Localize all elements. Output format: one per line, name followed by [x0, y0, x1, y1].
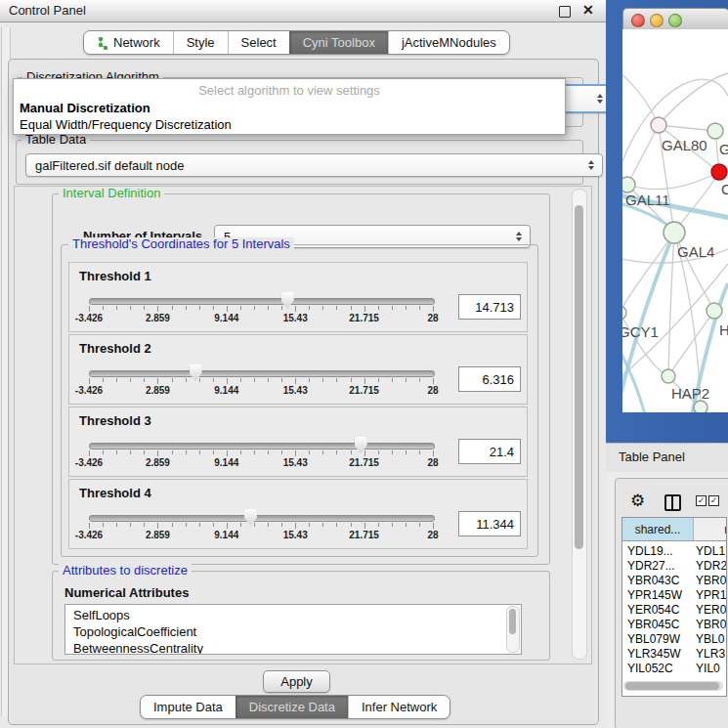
- tick-mark: [364, 450, 365, 456]
- tick-mark: [199, 523, 200, 527]
- node-red[interactable]: [711, 164, 727, 180]
- slider-track[interactable]: [89, 298, 435, 305]
- cell-shared-name[interactable]: YLR345W: [622, 647, 693, 662]
- attribute-list-item[interactable]: TopologicalCoefficient: [73, 624, 196, 639]
- vertical-scrollbar-thumb[interactable]: [575, 205, 583, 549]
- table-row[interactable]: YBL079WYBL0: [622, 632, 727, 647]
- window-title: Control Panel: [9, 3, 86, 18]
- attributes-group-title: Attributes to discretize: [59, 564, 192, 578]
- table-data-combobox[interactable]: galFiltered.sif default node: [25, 153, 603, 177]
- list-scrollbar[interactable]: [506, 606, 520, 653]
- threshold-value-field[interactable]: 21.4: [458, 439, 521, 464]
- cell-shared-name[interactable]: YER054C: [622, 603, 693, 618]
- tab-cyni-toolbox[interactable]: Cyni Toolbox: [289, 31, 388, 54]
- slider-thumb[interactable]: [281, 292, 294, 309]
- table-horizontal-scrollbar-thumb[interactable]: [625, 682, 719, 690]
- cell-name[interactable]: YDR2: [693, 559, 727, 574]
- tab-infer-network[interactable]: Infer Network: [348, 696, 450, 718]
- cell-shared-name[interactable]: YDR27...: [622, 559, 693, 574]
- checkbox-icon[interactable]: ✓: [696, 495, 707, 506]
- dropdown-option-manual-discretization[interactable]: Manual Discretization: [20, 101, 150, 115]
- tab-discretize-data[interactable]: Discretize Data: [236, 696, 348, 718]
- cell-name[interactable]: YER0: [693, 603, 727, 618]
- cell-shared-name[interactable]: YPR145W: [622, 588, 693, 603]
- zoom-traffic-light-icon[interactable]: [668, 14, 682, 27]
- node-hap2[interactable]: [662, 369, 675, 383]
- node-h[interactable]: [707, 303, 722, 319]
- table-row[interactable]: YBR043CYBR0: [622, 574, 727, 588]
- network-window-titlebar[interactable]: [622, 8, 728, 31]
- cell-shared-name[interactable]: YIL052C: [622, 662, 693, 676]
- close-icon[interactable]: ✕: [582, 2, 594, 18]
- checkbox-icon[interactable]: ✓: [708, 495, 719, 506]
- tab-jactivemnodules[interactable]: jActiveMNodules: [388, 31, 509, 54]
- slider-track[interactable]: [89, 370, 435, 377]
- slider-track[interactable]: [89, 515, 435, 522]
- tab-impute-data[interactable]: Impute Data: [141, 696, 236, 718]
- attribute-list-item[interactable]: SelfLoops: [73, 608, 130, 622]
- tick-mark: [295, 378, 296, 384]
- tick-mark: [309, 450, 310, 454]
- apply-button[interactable]: Apply: [263, 670, 330, 693]
- node-gal4[interactable]: [664, 222, 685, 243]
- table-horizontal-scrollbar[interactable]: [623, 681, 723, 691]
- attribute-list-item[interactable]: BetweennessCentrality: [73, 641, 203, 655]
- tick-mark: [144, 523, 145, 527]
- tick-mark: [419, 450, 420, 454]
- node-attribute-table[interactable]: shared... na YDL19...YDL1YDR27...YDR2YBR…: [621, 517, 727, 697]
- node-bottom[interactable]: [694, 401, 707, 412]
- tick-label: 28: [427, 313, 438, 323]
- threshold-value-field[interactable]: 11.344: [458, 511, 521, 536]
- tick-mark: [199, 450, 200, 454]
- dropdown-placeholder-item[interactable]: Select algorithm to view settings: [14, 83, 565, 98]
- tick-mark: [130, 523, 131, 527]
- threshold-value-field[interactable]: 14.713: [458, 294, 521, 320]
- gear-icon[interactable]: ⚙: [630, 491, 645, 511]
- list-scrollbar-thumb[interactable]: [509, 609, 516, 634]
- numerical-attributes-list[interactable]: SelfLoopsTopologicalCoefficientBetweenne…: [64, 604, 522, 655]
- network-canvas[interactable]: GAL80 GA C GAL11 GAL4 GCY1 H HAP2: [622, 29, 728, 412]
- table-row[interactable]: YER054CYER0: [622, 603, 727, 618]
- table-row[interactable]: YLR345WYLR3: [622, 647, 727, 662]
- tab-style[interactable]: Style: [173, 31, 228, 54]
- node-gcy1[interactable]: [622, 306, 626, 320]
- node-ga[interactable]: [707, 123, 723, 139]
- svg-text:GAL4: GAL4: [677, 243, 714, 260]
- cell-name[interactable]: YBR0: [693, 618, 727, 632]
- cell-name[interactable]: YIL0: [693, 662, 727, 676]
- close-traffic-light-icon[interactable]: [631, 14, 645, 27]
- tick-mark: [89, 450, 90, 456]
- tick-mark: [295, 450, 296, 456]
- slider-thumb[interactable]: [190, 364, 202, 381]
- column-header-shared-name[interactable]: shared...: [622, 518, 694, 541]
- column-header-name[interactable]: na: [694, 518, 727, 541]
- float-window-icon[interactable]: [559, 6, 571, 18]
- cell-name[interactable]: YLR3: [693, 647, 727, 662]
- cell-shared-name[interactable]: YBL079W: [622, 632, 693, 647]
- cell-name[interactable]: YBL0: [693, 632, 727, 647]
- cell-name[interactable]: YDL1: [693, 544, 727, 559]
- vertical-scrollbar[interactable]: [572, 189, 587, 660]
- cell-shared-name[interactable]: YBR045C: [622, 618, 693, 632]
- node-gal80[interactable]: [651, 117, 666, 133]
- cell-name[interactable]: YBR0: [693, 574, 727, 588]
- slider-track[interactable]: [89, 443, 435, 450]
- table-row[interactable]: YPR145WYPR1: [622, 588, 727, 603]
- slider-thumb[interactable]: [355, 437, 367, 453]
- cell-shared-name[interactable]: YDL19...: [622, 544, 693, 559]
- tab-network[interactable]: Network: [84, 31, 173, 54]
- table-row[interactable]: YDL19...YDL1: [622, 544, 727, 559]
- cell-name[interactable]: YPR1: [693, 588, 727, 603]
- table-row[interactable]: YIL052CYIL0: [622, 662, 727, 676]
- tick-label: 2.859: [146, 385, 170, 396]
- minimize-traffic-light-icon[interactable]: [650, 14, 664, 27]
- threshold-value-field[interactable]: 6.316: [458, 366, 521, 392]
- column-layout-icon[interactable]: [664, 494, 681, 511]
- dropdown-option-equal-width[interactable]: Equal Width/Frequency Discretization: [20, 117, 232, 132]
- table-row[interactable]: YDR27...YDR2: [622, 559, 727, 574]
- cell-shared-name[interactable]: YBR043C: [622, 574, 693, 588]
- table-row[interactable]: YBR045CYBR0: [622, 618, 727, 632]
- node-gal11[interactable]: [622, 177, 635, 193]
- tab-select[interactable]: Select: [228, 31, 289, 54]
- network-nodes[interactable]: [622, 117, 727, 412]
